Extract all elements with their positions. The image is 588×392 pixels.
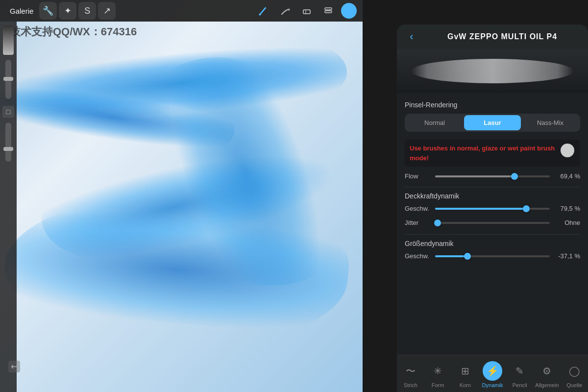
- flow-value: 69,4 %: [555, 172, 580, 180]
- tab-pencil-icon-wrapper: ✎: [510, 361, 530, 381]
- groesse-geschw-track[interactable]: [435, 255, 550, 257]
- color-swatch[interactable]: [3, 25, 14, 55]
- tab-dynamik-label: Dynamik: [482, 382, 503, 388]
- brush-preview: [397, 49, 588, 93]
- tab-korn[interactable]: ⊞ Korn: [451, 359, 479, 390]
- render-nass-mix-button[interactable]: Nass-Mix: [522, 115, 579, 130]
- tab-quelle[interactable]: ◯ Quelle: [561, 359, 588, 390]
- tab-allgemein-label: Allgemein: [535, 382, 559, 388]
- rendering-label: Pinsel-Rendering: [405, 101, 580, 109]
- divider-2: [405, 234, 580, 235]
- deckkraft-jitter-label: Jitter: [405, 219, 430, 226]
- panel-tabs: 〜 Strich ✳ Form ⊞ Korn ⚡ Dynamik ✎: [397, 355, 588, 392]
- tab-allgemein-icon-wrapper: ⚙: [537, 361, 557, 381]
- gallery-button[interactable]: Galerie: [6, 5, 37, 17]
- left-sidebar: □ ↩: [0, 22, 17, 392]
- dynamik-icon: ⚡: [487, 365, 499, 377]
- korn-icon: ⊞: [461, 365, 469, 377]
- allgemein-icon: ⚙: [542, 365, 551, 377]
- groessendynamik-section: Größendynamik Geschw. -37,1 %: [405, 240, 580, 260]
- info-text: Use brushes in normal, glaze or wet pain…: [410, 144, 575, 163]
- quelle-icon: ◯: [569, 365, 580, 377]
- brush-panel: ‹ GvW ZEPPO MULTI OIL P4 Pinsel-Renderin…: [397, 24, 588, 392]
- deckkraft-jitter-value: Ohne: [555, 219, 580, 226]
- panel-header: ‹ GvW ZEPPO MULTI OIL P4: [397, 24, 588, 49]
- flow-track[interactable]: [435, 175, 550, 177]
- panel-content[interactable]: Pinsel-Rendering Normal Lasur Nass-Mix U…: [397, 93, 588, 355]
- back-button[interactable]: ‹: [405, 30, 418, 43]
- groessendynamik-label: Größendynamik: [405, 240, 580, 247]
- strich-icon: 〜: [406, 365, 416, 378]
- flow-slider-row[interactable]: Flow 69,4 %: [405, 172, 580, 180]
- tab-korn-label: Korn: [460, 382, 471, 388]
- render-lasur-button[interactable]: Lasur: [464, 115, 521, 130]
- tab-quelle-label: Quelle: [566, 382, 582, 388]
- groesse-geschw-row[interactable]: Geschw. -37,1 %: [405, 252, 580, 260]
- svg-point-0: [259, 14, 261, 16]
- form-icon: ✳: [434, 365, 442, 377]
- tab-form-icon-wrapper: ✳: [428, 361, 448, 381]
- tab-form[interactable]: ✳ Form: [424, 359, 452, 390]
- panel-title: GvW ZEPPO MULTI OIL P4: [424, 32, 580, 41]
- canvas-area[interactable]: [0, 0, 363, 392]
- deckkraft-geschw-label: Geschw.: [405, 205, 430, 212]
- deckkraft-geschw-track[interactable]: [435, 208, 550, 210]
- svg-rect-1: [303, 10, 310, 14]
- tab-dynamik[interactable]: ⚡ Dynamik: [479, 359, 506, 390]
- brush-tool-button[interactable]: [255, 2, 272, 20]
- selection-button[interactable]: S: [78, 2, 96, 20]
- deckkraftdynamik-section: Deckkraftdynamik Geschw. 79,5 % Jitter O…: [405, 192, 580, 226]
- sidebar-square-item[interactable]: □: [2, 106, 14, 118]
- rendering-section: Pinsel-Rendering Normal Lasur Nass-Mix: [405, 101, 580, 132]
- svg-rect-2: [325, 8, 332, 10]
- tab-dynamik-icon-wrapper: ⚡: [483, 361, 502, 381]
- tab-strich[interactable]: 〜 Strich: [397, 359, 424, 390]
- brush-stroke-preview: [411, 59, 574, 83]
- tab-strich-icon-wrapper: 〜: [401, 361, 420, 381]
- tab-korn-icon-wrapper: ⊞: [455, 361, 475, 381]
- user-avatar[interactable]: [341, 3, 357, 19]
- transform-button[interactable]: ↗: [98, 2, 116, 20]
- render-normal-button[interactable]: Normal: [406, 115, 463, 130]
- undo-button[interactable]: ↩: [8, 361, 20, 372]
- flow-label: Flow: [405, 172, 430, 180]
- right-tools: [255, 2, 357, 20]
- deckkraft-geschw-row[interactable]: Geschw. 79,5 %: [405, 205, 580, 212]
- wrench-button[interactable]: 🔧: [39, 2, 57, 20]
- tab-quelle-icon-wrapper: ◯: [564, 361, 584, 381]
- opacity-slider[interactable]: [5, 60, 11, 99]
- size-slider[interactable]: [5, 122, 11, 162]
- groesse-geschw-value: -37,1 %: [555, 252, 580, 260]
- rendering-toggle: Normal Lasur Nass-Mix: [405, 114, 580, 132]
- divider-1: [405, 187, 580, 187]
- info-overlay: Use brushes in normal, glaze or wet pain…: [405, 140, 580, 167]
- top-toolbar: Galerie 🔧 ✦ S ↗: [0, 0, 363, 22]
- info-circle-icon: [561, 144, 574, 157]
- deckkraft-jitter-row[interactable]: Jitter Ohne: [405, 219, 580, 226]
- svg-rect-3: [325, 11, 332, 13]
- pencil-icon: ✎: [515, 365, 524, 377]
- tab-strich-label: Strich: [404, 382, 417, 388]
- eraser-tool-button[interactable]: [298, 2, 316, 20]
- smudge-tool-button[interactable]: [276, 2, 294, 20]
- tab-allgemein[interactable]: ⚙ Allgemein: [534, 359, 561, 390]
- deckkraftdynamik-label: Deckkraftdynamik: [405, 192, 580, 200]
- groesse-geschw-label: Geschw.: [405, 252, 430, 260]
- tab-pencil[interactable]: ✎ Pencil: [506, 359, 534, 390]
- deckkraft-jitter-track[interactable]: [435, 222, 550, 224]
- tab-pencil-label: Pencil: [513, 382, 527, 388]
- deckkraft-geschw-value: 79,5 %: [555, 205, 580, 212]
- magic-wand-button[interactable]: ✦: [59, 2, 76, 20]
- watermark: 技术支持QQ/WX：674316: [10, 24, 137, 39]
- tab-form-label: Form: [432, 382, 444, 388]
- layers-button[interactable]: [319, 2, 337, 20]
